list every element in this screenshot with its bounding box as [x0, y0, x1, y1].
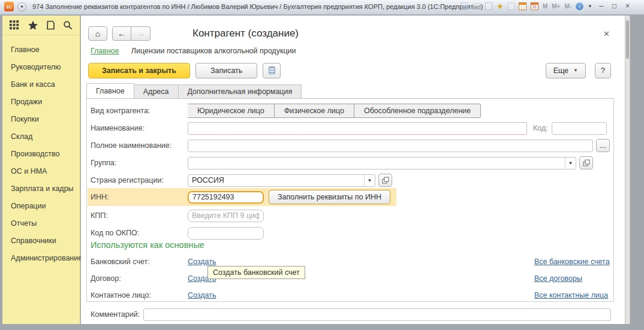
- code-label: Код:: [533, 124, 548, 132]
- sidebar-toolbar: [2, 16, 80, 35]
- sidebar-item-otchety[interactable]: Отчеты: [2, 215, 80, 232]
- name-label: Наименование:: [91, 124, 188, 132]
- okpo-label: Код по ОКПО:: [91, 229, 188, 237]
- sidebar-item-zarplata-i-kadry[interactable]: Зарплата и кадры: [2, 180, 80, 198]
- form-tabs: Главное Адреса Дополнительная информация: [86, 83, 302, 99]
- country-dropdown-icon[interactable]: ▼: [364, 175, 375, 186]
- sidebar: Главное Руководителю Банк и касса Продаж…: [2, 16, 80, 324]
- name-input[interactable]: [188, 122, 527, 135]
- country-open-button[interactable]: [378, 174, 392, 187]
- sidebar-item-operacii[interactable]: Операции: [2, 198, 80, 215]
- all-contacts-link[interactable]: Все контактные лица: [534, 291, 608, 299]
- kpp-input[interactable]: [188, 210, 264, 222]
- inn-input[interactable]: [188, 191, 264, 204]
- group-label: Группа:: [91, 159, 188, 167]
- page-title: Контрагент (создание): [192, 28, 299, 40]
- sidebar-item-proizvodstvo[interactable]: Производство: [2, 146, 80, 163]
- info-icon[interactable]: i: [576, 2, 583, 10]
- memory-m-plus-button[interactable]: M+: [552, 3, 560, 10]
- main-usage-section-title: Используются как основные: [91, 240, 204, 250]
- search-icon[interactable]: [63, 20, 73, 30]
- memory-m-button[interactable]: M: [543, 3, 547, 10]
- sidebar-item-pokupki[interactable]: Покупки: [2, 111, 80, 128]
- forward-button[interactable]: →: [131, 26, 151, 41]
- maximize-button[interactable]: □: [610, 2, 619, 11]
- print-preview-icon[interactable]: [485, 2, 492, 10]
- help-button[interactable]: ?: [595, 63, 611, 78]
- sidebar-item-bank-i-kassa[interactable]: Банк и касса: [2, 76, 80, 93]
- home-button[interactable]: ⌂: [88, 26, 107, 41]
- chevron-down-icon: ▼: [573, 68, 578, 73]
- sidebar-item-administrirovanie[interactable]: Администрирование: [2, 250, 80, 267]
- ellipsis-button[interactable]: ...: [596, 139, 610, 152]
- sidebar-item-spravochniki[interactable]: Справочники: [2, 232, 80, 250]
- group-dropdown-icon[interactable]: ▼: [565, 158, 576, 169]
- save-and-close-button[interactable]: Записать и закрыть: [88, 63, 190, 78]
- tooltip-create-bank-account: Создать банковский счет: [207, 266, 305, 279]
- page-icon[interactable]: [508, 2, 514, 10]
- close-window-button[interactable]: ×: [623, 2, 632, 11]
- country-label: Страна регистрации:: [91, 176, 188, 184]
- form-toolbar: Записать и закрыть Записать Еще▼ ?: [88, 62, 611, 78]
- 1c-logo-icon: 1С: [4, 2, 14, 11]
- sidebar-item-glavnoe[interactable]: Главное: [2, 41, 80, 59]
- history-icon[interactable]: [46, 20, 55, 30]
- create-contact-link[interactable]: Создать: [188, 291, 216, 299]
- sidebar-item-prodazhi[interactable]: Продажи: [2, 93, 80, 111]
- contact-person-label: Контактное лицо:: [91, 291, 188, 299]
- fill-by-inn-button[interactable]: Заполнить реквизиты по ИНН: [269, 190, 390, 204]
- sidebar-menu: Главное Руководителю Банк и касса Продаж…: [2, 35, 80, 267]
- close-form-icon[interactable]: ✕: [603, 29, 610, 38]
- vertical-scrollbar[interactable]: [625, 16, 630, 324]
- window-title: 974 Заполнение реквизитов контрагентов п…: [32, 3, 483, 10]
- okpo-input[interactable]: [188, 227, 264, 240]
- contract-label: Договор:: [91, 274, 188, 283]
- sidebar-item-sklad[interactable]: Склад: [2, 128, 80, 146]
- save-icon[interactable]: [461, 2, 468, 10]
- sidebar-item-os-i-nma[interactable]: ОС и НМА: [2, 163, 80, 180]
- bank-account-label: Банковский счет:: [91, 258, 188, 266]
- kind-label: Вид контрагента:: [91, 107, 188, 115]
- code-input[interactable]: [552, 122, 607, 135]
- all-bank-accounts-link[interactable]: Все банковские счета: [534, 258, 610, 266]
- print-icon[interactable]: [473, 4, 481, 10]
- all-contracts-link[interactable]: Все договоры: [534, 274, 582, 283]
- breadcrumb: Главное Лицензии поставщиков алкогольной…: [91, 47, 296, 55]
- comment-input[interactable]: [143, 308, 611, 321]
- window-titlebar: 1С ▼ 974 Заполнение реквизитов контраген…: [0, 0, 644, 15]
- full-name-label: Полное наименование:: [91, 141, 188, 150]
- scrollbar-thumb[interactable]: [626, 20, 629, 59]
- tab-glavnoe[interactable]: Главное: [86, 83, 134, 99]
- create-bank-account-link[interactable]: Создать: [188, 258, 216, 266]
- favorites-star-icon[interactable]: ★: [496, 2, 504, 10]
- tab-adresa[interactable]: Адреса: [134, 84, 179, 99]
- group-combo[interactable]: ▼: [188, 157, 576, 169]
- register-records-button[interactable]: [263, 63, 281, 78]
- menu-grid-icon[interactable]: [10, 20, 20, 31]
- kind-option-legal-entity[interactable]: Юридическое лицо: [188, 104, 275, 118]
- save-button[interactable]: Записать: [195, 63, 257, 78]
- records-stack-icon: [269, 66, 275, 74]
- comment-label: Комментарий:: [91, 310, 140, 319]
- memory-m-minus-button[interactable]: M-: [564, 3, 571, 10]
- favorites-icon[interactable]: [28, 20, 38, 31]
- breadcrumb-glavnoe-link[interactable]: Главное: [91, 47, 119, 55]
- more-button[interactable]: Еще▼: [546, 63, 586, 78]
- breadcrumb-text: Лицензии поставщиков алкогольной продукц…: [131, 47, 296, 55]
- group-open-button[interactable]: [579, 156, 593, 169]
- country-value: РОССИЯ: [188, 176, 364, 184]
- kpp-label: КПП:: [91, 211, 188, 220]
- tab-dop-informaciya[interactable]: Дополнительная информация: [179, 84, 302, 99]
- kind-option-separate-division[interactable]: Обособленное подразделение: [354, 104, 481, 118]
- minimize-button[interactable]: –: [597, 2, 606, 11]
- full-name-input[interactable]: [188, 140, 593, 152]
- info-dropdown-icon[interactable]: ▼: [588, 4, 592, 9]
- calendar-icon[interactable]: 31: [531, 2, 538, 10]
- calculator-table-icon[interactable]: [519, 2, 526, 10]
- country-combo[interactable]: РОССИЯ ▼: [188, 174, 375, 187]
- back-button[interactable]: ←: [112, 26, 131, 41]
- window-menu-button[interactable]: ▼: [17, 2, 26, 11]
- application-window: 1С ▼ 974 Заполнение реквизитов контраген…: [0, 0, 644, 330]
- kind-option-individual[interactable]: Физическое лицо: [275, 104, 354, 118]
- sidebar-item-rukovoditelyu[interactable]: Руководителю: [2, 59, 80, 76]
